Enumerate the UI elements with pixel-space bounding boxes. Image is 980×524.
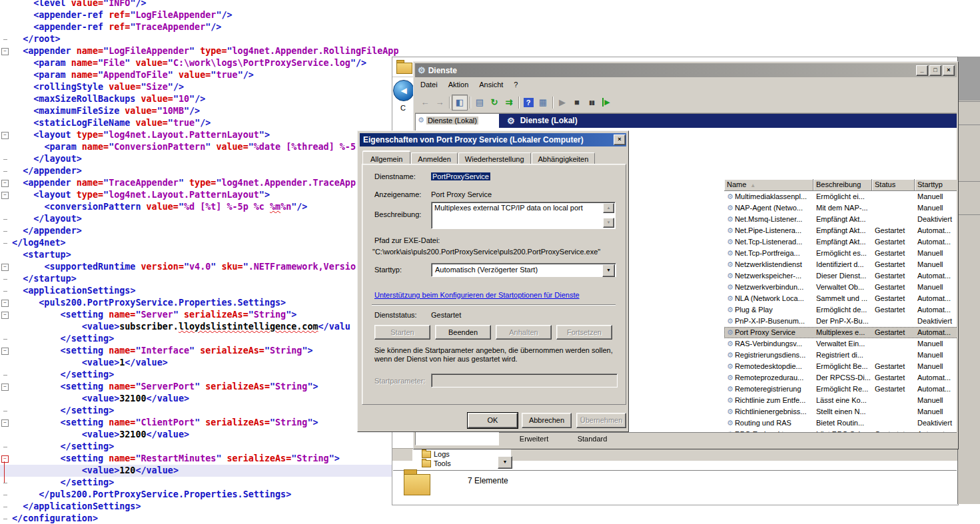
- fold-marker[interactable]: −: [1, 384, 9, 391]
- anhalten-button[interactable]: Anhalten: [496, 325, 552, 340]
- code-fold-rail[interactable]: −−−−−−−−−−−: [0, 0, 11, 524]
- beschreibung-textbox[interactable]: Multiplexes external TCP/IP data on loca…: [431, 202, 616, 229]
- service-row[interactable]: ⚙Net.Msmq-Listener...Empfängt Akt...Deak…: [724, 214, 957, 225]
- fortsetzen-button[interactable]: Fortsetzen: [556, 325, 612, 340]
- fold-marker[interactable]: −: [1, 264, 9, 271]
- maximize-button[interactable]: □: [929, 65, 941, 76]
- column-header-status[interactable]: Status: [872, 179, 915, 191]
- forward-button[interactable]: →: [432, 95, 447, 110]
- service-row[interactable]: ⚙NLA (Network Loca...Sammelt und ...Gest…: [724, 293, 957, 304]
- service-row[interactable]: ⚙Remotedesktopdie...Ermöglicht Be...Gest…: [724, 361, 957, 372]
- show-console-tree-button[interactable]: ◧: [452, 95, 468, 111]
- fold-marker[interactable]: −: [1, 300, 9, 307]
- back-button[interactable]: ←: [418, 95, 432, 110]
- folder-label: Logs: [434, 450, 450, 458]
- fold-marker[interactable]: −: [1, 348, 9, 355]
- refresh-button[interactable]: ↻: [487, 95, 502, 110]
- xml-code-editor[interactable]: <level value="INFO"/> <appender-ref ref=…: [0, 0, 398, 524]
- service-row[interactable]: ⚙Registrierungsdiens...Registriert di...…: [724, 350, 957, 361]
- cell: Gestartet: [872, 384, 915, 395]
- fold-marker[interactable]: −: [1, 419, 9, 427]
- service-row[interactable]: ⚙Netzwerkspeicher-...Dieser Dienst...Ges…: [724, 270, 957, 282]
- stop-service-button[interactable]: ■: [570, 95, 584, 110]
- column-header-name[interactable]: Name▲: [724, 179, 813, 191]
- extended-view-button[interactable]: ▦: [536, 95, 550, 110]
- gear-icon: ⚙: [727, 385, 734, 393]
- service-row[interactable]: ⚙NetzwerklistendienstIdentifiziert d...G…: [724, 259, 957, 270]
- cell: Manuell: [915, 202, 957, 214]
- fold-marker[interactable]: −: [1, 48, 9, 55]
- service-row[interactable]: ⚙Net.Pipe-Listenera...Empfängt Akt...Ges…: [724, 225, 957, 236]
- scroll-down-button[interactable]: ▼: [603, 218, 614, 228]
- fold-marker[interactable]: −: [1, 180, 9, 187]
- help-button[interactable]: ?: [521, 95, 536, 110]
- service-row[interactable]: ⚙Multimediaklassenpl...Ermöglicht ei...M…: [724, 191, 957, 202]
- tab-wiederherstellung[interactable]: Wiederherstellung: [458, 152, 531, 164]
- view-tab-standard[interactable]: Standard: [562, 433, 622, 445]
- code-line: </layout>: [0, 153, 398, 165]
- fold-marker[interactable]: −: [1, 132, 9, 139]
- service-row[interactable]: ⚙Remoteprozedurau...Der RPCSS-Di...Gesta…: [724, 372, 957, 384]
- service-row[interactable]: ⚙Richtlinie zum Entfe...Lässt eine Ko...…: [724, 395, 957, 406]
- service-row[interactable]: ⚙PnP-X-IP-Busenum...Der PnP-X-Bu...Deakt…: [724, 316, 957, 327]
- cancel-button[interactable]: Abbrechen: [522, 413, 572, 428]
- service-row[interactable]: ⚙Net.Tcp-Listenerad...Empfängt Akt...Ges…: [724, 236, 957, 248]
- startoptions-help-link[interactable]: Unterstützung beim Konfigurieren der Sta…: [374, 291, 580, 299]
- startparameter-input[interactable]: [431, 374, 618, 388]
- service-row[interactable]: ⚙RemoteregistrierungErmöglicht Re...Gest…: [724, 384, 957, 395]
- cell: Empfängt Akt...: [813, 214, 872, 225]
- back-button[interactable]: ◀: [393, 80, 414, 101]
- scroll-up-button[interactable]: ▲: [603, 203, 614, 213]
- export-list-button[interactable]: ⇉: [502, 95, 516, 110]
- start-service-button[interactable]: ▶: [555, 95, 570, 110]
- starttyp-combobox[interactable]: Automatisch (Verzögerter Start) ▼: [431, 263, 616, 277]
- starttyp-label: Starttyp:: [374, 266, 402, 274]
- service-row[interactable]: ⚙Net.Tcp-Portfreiga...Ermöglicht es...Ge…: [724, 248, 957, 259]
- starten-button[interactable]: Starten: [374, 325, 430, 340]
- tab-abhangigkeiten[interactable]: Abhängigkeiten: [532, 152, 596, 164]
- column-header-beschreibung[interactable]: Beschreibung: [813, 179, 872, 191]
- cell: ⚙Net.Tcp-Listenerad...: [724, 236, 813, 248]
- view-tab-erweitert[interactable]: Erweitert: [502, 433, 566, 445]
- service-row[interactable]: ⚙NAP-Agent (Netwo...Mit dem NAP-...Manue…: [724, 202, 957, 214]
- service-row[interactable]: ⚙Routing und RASBietet Routin...Deaktivi…: [724, 417, 957, 429]
- cell: [872, 406, 915, 417]
- close-button[interactable]: ×: [943, 65, 955, 76]
- cell: Ermöglicht Re...: [813, 384, 872, 395]
- column-header-starttyp[interactable]: Starttyp: [915, 179, 957, 191]
- service-row[interactable]: ⚙Plug & PlayErmöglicht de...GestartetAut…: [724, 304, 957, 316]
- service-row[interactable]: ⚙RAS-Verbindungsv...Verwaltet Ein...Manu…: [724, 338, 957, 350]
- menu-help[interactable]: ?: [508, 79, 523, 91]
- minimize-button[interactable]: _: [916, 65, 928, 76]
- tab-anmelden[interactable]: Anmelden: [411, 152, 458, 164]
- menu-datei[interactable]: Datei: [415, 79, 443, 91]
- dienstname-value[interactable]: PortProxyService: [431, 172, 490, 180]
- service-row[interactable]: ⚙Port Proxy ServiceMultiplexes e...Gesta…: [724, 327, 957, 338]
- properties-button[interactable]: ▤: [472, 95, 487, 110]
- pause-service-button[interactable]: ▮▮: [584, 95, 599, 110]
- ok-button[interactable]: OK: [468, 413, 518, 428]
- beschreibung-label: Beschreibung:: [374, 210, 421, 218]
- fold-marker[interactable]: −: [1, 192, 9, 199]
- menu-aktion[interactable]: Aktion: [443, 79, 474, 91]
- apply-button[interactable]: Übernehmen: [576, 413, 626, 428]
- cell: ⚙Remoteregistrierung: [724, 384, 813, 395]
- tab-allgemein[interactable]: Allgemein: [362, 151, 410, 165]
- combo-dropdown-button[interactable]: ▼: [602, 264, 615, 277]
- code-line: <level value="INFO"/>: [0, 0, 398, 9]
- service-row[interactable]: ⚙Richtlinienergebniss...Stellt einen N..…: [724, 406, 957, 417]
- cell: ⚙NLA (Network Loca...: [724, 293, 813, 304]
- menu-ansicht[interactable]: Ansicht: [474, 79, 508, 91]
- dropdown-button[interactable]: ▼: [498, 456, 512, 469]
- services-titlebar[interactable]: ⚙Dienste _ □ ×: [415, 63, 957, 77]
- restart-service-button[interactable]: ▶: [599, 95, 614, 110]
- dialog-titlebar[interactable]: Eigenschaften von Port Proxy Service (Lo…: [360, 133, 626, 146]
- code-line: </appender>: [0, 165, 398, 177]
- fold-marker-red[interactable]: −: [1, 455, 9, 463]
- folder-tree-item[interactable]: Logs: [412, 449, 511, 459]
- dialog-close-button[interactable]: ×: [614, 134, 626, 145]
- fold-marker[interactable]: −: [1, 312, 9, 319]
- tree-item-dienste-lokal[interactable]: ⚙ Dienste (Lokal): [416, 115, 499, 125]
- service-row[interactable]: ⚙Netzwerkverbindun...Verwaltet Ob...Gest…: [724, 282, 957, 293]
- beenden-button[interactable]: Beenden: [435, 325, 491, 340]
